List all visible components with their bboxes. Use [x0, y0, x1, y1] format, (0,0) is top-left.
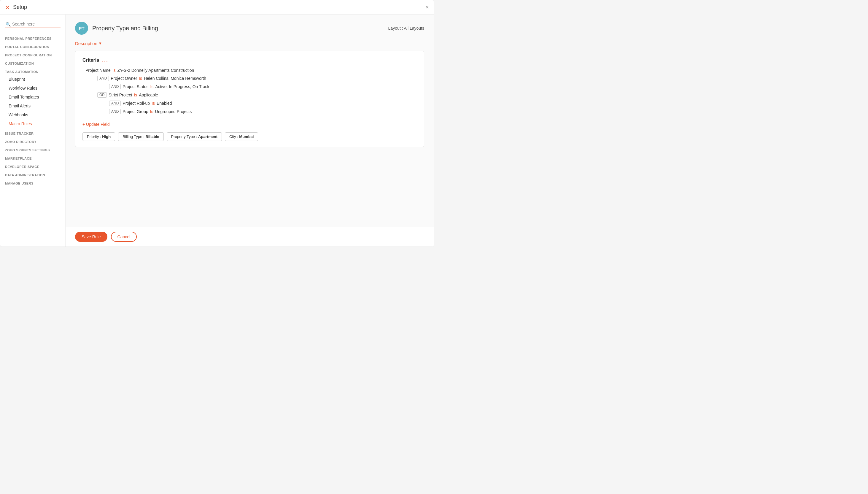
section-developer-space: DEVELOPER SPACE	[0, 162, 65, 170]
field-tag-billing-type: Billing Type : Billable	[118, 132, 163, 141]
update-field-link[interactable]: + Update Field	[82, 122, 110, 127]
criteria-options-icon[interactable]: ...	[102, 57, 108, 63]
close-button[interactable]: ×	[425, 4, 429, 11]
cancel-button[interactable]: Cancel	[111, 232, 137, 242]
section-customization: CUSTOMIZATION	[0, 58, 65, 66]
tag-and-1: AND	[97, 76, 109, 81]
section-zoho-sprints: ZOHO SPRINTS SETTINGS	[0, 145, 65, 153]
app-icon: ✕	[5, 4, 10, 11]
section-portal: PORTAL CONFIGURATION	[0, 41, 65, 50]
sidebar-item-email-alerts[interactable]: Email Alerts	[0, 101, 65, 110]
description-toggle[interactable]: Description ▾	[75, 41, 424, 46]
sidebar-item-macro-rules[interactable]: Macro Rules	[0, 119, 65, 128]
avatar: PT	[75, 22, 88, 35]
chevron-down-icon: ▾	[99, 41, 101, 46]
criteria-body: Project Name Is ZY-S-2 Donnelly Apartmen…	[82, 68, 417, 114]
criteria-title: Criteria	[82, 58, 99, 63]
field-tags-row: Priority : High Billing Type : Billable …	[82, 132, 417, 141]
field-tag-property-type: Property Type : Apartment	[167, 132, 222, 141]
section-data-admin: DATA ADMINISTRATION	[0, 170, 65, 178]
footer-actions: Save Rule Cancel	[65, 227, 434, 247]
tag-or-1: OR	[97, 92, 107, 98]
sidebar: 🔍 PERSONAL PREFERENCES PORTAL CONFIGURAT…	[0, 15, 65, 247]
title-bar: ✕ Setup ×	[0, 0, 434, 15]
criteria-row-project-owner: AND Project Owner Is Helen Collins, Moni…	[85, 76, 417, 81]
section-project: PROJECT CONFIGURATION	[0, 50, 65, 58]
search-input[interactable]	[5, 20, 60, 28]
criteria-row-project-name: Project Name Is ZY-S-2 Donnelly Apartmen…	[85, 68, 417, 73]
content-area: PT Property Type and Billing Layout : Al…	[65, 15, 434, 227]
section-task-automation: TASK AUTOMATION	[0, 66, 65, 75]
section-zoho-directory: ZOHO DIRECTORY	[0, 136, 65, 145]
description-label: Description	[75, 41, 97, 46]
tag-and-4: AND	[109, 109, 121, 114]
criteria-row-project-status: AND Project Status Is Active, In Progres…	[85, 84, 417, 89]
page-title: Property Type and Billing	[92, 25, 158, 32]
sidebar-item-email-templates[interactable]: Email Templates	[0, 93, 65, 101]
tag-and-3: AND	[109, 100, 121, 106]
field-tag-priority: Priority : High	[82, 132, 115, 141]
tag-and-2: AND	[109, 84, 121, 89]
app-title: Setup	[13, 4, 27, 11]
section-issue-tracker: ISSUE TRACKER	[0, 128, 65, 136]
save-rule-button[interactable]: Save Rule	[75, 232, 108, 242]
criteria-row-project-rollup: AND Project Roll-up Is Enabled	[85, 100, 417, 106]
content-header: PT Property Type and Billing Layout : Al…	[75, 22, 424, 35]
section-marketplace: MARKETPLACE	[0, 153, 65, 162]
criteria-card: Criteria ... Project Name Is ZY-S-2 Donn…	[75, 51, 424, 147]
search-icon: 🔍	[6, 22, 11, 27]
section-personal: PERSONAL PREFERENCES	[0, 33, 65, 41]
criteria-row-project-group: AND Project Group Is Ungrouped Projects	[85, 109, 417, 114]
sidebar-item-webhooks[interactable]: Webhooks	[0, 110, 65, 119]
sidebar-item-workflow[interactable]: Workflow Rules	[0, 84, 65, 93]
layout-label: Layout : All Layouts	[388, 26, 424, 31]
criteria-row-strict-project: OR Strict Project Is Applicable	[85, 92, 417, 98]
sidebar-item-blueprint[interactable]: Blueprint	[0, 75, 65, 84]
section-manage-users: MANAGE USERS	[0, 178, 65, 186]
field-tag-city: City : Mumbai	[225, 132, 258, 141]
